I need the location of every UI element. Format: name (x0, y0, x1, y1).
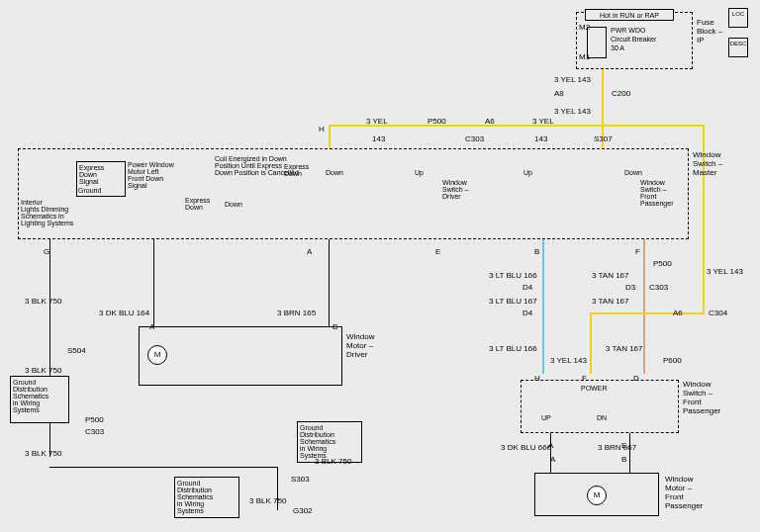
gds-box-b: Ground Distribution Schematics in Wiring… (174, 477, 239, 518)
lbl-c303-top: C303 (465, 134, 484, 143)
wire-brn (329, 239, 330, 326)
lbl-dkblu164: 3 DK BLU 164 (99, 309, 149, 317)
fp-up: UP (541, 414, 551, 421)
wire-dkblu (153, 239, 154, 326)
wire-tan (643, 239, 645, 374)
hot-label: Hot in RUN or RAP (585, 9, 674, 21)
wire-yel-h (329, 125, 331, 148)
up1: Up (415, 169, 424, 176)
wsfp: Window Switch – Front Passenger (640, 179, 673, 207)
lbl-ltblu166-2: 3 LT BLU 166 (489, 344, 537, 353)
gds-box-a: Ground Distribution Schematics in Wiring… (10, 376, 69, 423)
lbl-3yel2: 3 YEL (532, 117, 554, 126)
lbl-A: A (307, 247, 312, 256)
down2: Down (326, 169, 343, 176)
lbl-p600: P600 (663, 356, 682, 365)
fp-switch-title: Window Switch – Front Passenger (683, 380, 720, 415)
lbl-d4a: D4 (522, 283, 532, 292)
window-motor-fp: M (534, 473, 659, 516)
down1: Down (225, 201, 242, 208)
fp-dn: DN (597, 414, 607, 421)
lbl-H: H (319, 125, 325, 133)
m2: M2 (579, 23, 590, 32)
interior-note: Interior Lights Dimming Schematics in Li… (21, 199, 73, 226)
lbl-yel143-f: 3 YEL 143 (550, 356, 587, 365)
lbl-d3a: D3 (625, 283, 635, 292)
lbl-ltblu167: 3 LT BLU 167 (489, 297, 537, 306)
lbl-p500-r: P500 (653, 259, 672, 268)
fuse-block-title: Fuse Block – IP (697, 18, 722, 44)
window-switch-fp: UP DN POWER (521, 380, 679, 433)
lbl-p500-top: P500 (428, 117, 446, 126)
wire-fp-a (550, 433, 551, 473)
wire-yel-c304 (590, 312, 705, 314)
lbl-blk750c: 3 BLK 750 (25, 449, 61, 458)
lbl-B-motor: B (332, 322, 337, 331)
lbl-E2: E (621, 441, 626, 450)
lbl-s303: S303 (291, 475, 310, 484)
lbl-c303-mid: C303 (649, 283, 668, 292)
wire-yel-a8 (602, 69, 604, 91)
wire-yel-f (590, 312, 592, 374)
breaker-l3: 30 A (611, 44, 624, 51)
wsd: Window Switch – Driver (442, 179, 468, 200)
lbl-A3: A (550, 455, 555, 464)
lbl-tan167b: 3 TAN 167 (592, 297, 629, 306)
lbl-A2: A (548, 441, 553, 450)
lbl-tan167a: 3 TAN 167 (592, 271, 629, 280)
master-title: Window Switch – Master (693, 150, 722, 177)
wire-blk-G (49, 239, 50, 457)
lbl-F: F (635, 247, 640, 256)
lbl-a6: A6 (485, 117, 495, 126)
wire-ltblu (542, 239, 544, 374)
lbl-ltblu166-1: 3 LT BLU 166 (489, 271, 537, 280)
ground-lbl: Ground (78, 187, 101, 194)
lbl-p500-left: P500 (85, 415, 104, 424)
motor-m-fp: M (587, 486, 607, 505)
lbl-a8: A8 (554, 89, 564, 98)
lbl-s307: S307 (594, 134, 613, 143)
lbl-3yel: 3 YEL (366, 117, 388, 126)
lbl-blk750a: 3 BLK 750 (25, 297, 61, 306)
lbl-A-motor: A (149, 322, 154, 331)
lbl-c304: C304 (709, 309, 727, 317)
fp-power: POWER (581, 385, 607, 392)
lbl-143a: 143 (372, 134, 385, 143)
lbl-d4b: D4 (522, 309, 532, 317)
edown2: Express Down (284, 163, 309, 177)
lbl-F2: F (582, 374, 587, 383)
lbl-yel-143b: 3 YEL 143 (554, 107, 591, 116)
up2: Up (523, 169, 532, 176)
lbl-g302: G302 (293, 506, 313, 515)
legend-loc: LOC (728, 8, 748, 28)
lbl-c200: C200 (612, 89, 630, 98)
window-switch-master: Interior Lights Dimming Schematics in Li… (18, 148, 689, 239)
wire-fp-e (629, 433, 630, 473)
fp-motor-label: Window Motor – Front Passenger (665, 475, 703, 510)
lbl-blk750d: 3 BLK 750 (315, 457, 351, 466)
pwm-left-label: Power Window Motor Left Front Down Signa… (128, 161, 174, 189)
lbl-blk750e: 3 BLK 750 (249, 496, 286, 505)
lbl-yel-143-right: 3 YEL 143 (707, 267, 743, 276)
lbl-tan167c: 3 TAN 167 (606, 344, 643, 353)
motor-m-driver: M (147, 345, 167, 365)
wire-yel-down (602, 91, 604, 125)
lbl-yel-143a: 3 YEL 143 (554, 75, 591, 84)
lbl-a6-r: A6 (673, 309, 683, 317)
breaker-l2: Circuit Breaker (611, 36, 656, 43)
lbl-D2: D (633, 374, 639, 383)
lbl-brn165: 3 BRN 165 (277, 309, 316, 317)
wire-blk-bottom (49, 467, 277, 468)
edown1: Express Down (185, 197, 210, 211)
wiring-diagram: LOC DESC Hot in RUN or RAP M2 M1 PWR WDO… (0, 0, 760, 532)
lbl-E: E (435, 247, 440, 256)
m1: M1 (579, 52, 590, 61)
legend-desc: DESC (728, 38, 748, 57)
breaker-l1: PWR WDO (611, 27, 645, 34)
lbl-c303-bot: C303 (85, 427, 104, 436)
lbl-B: B (534, 247, 539, 256)
lbl-blk750b: 3 BLK 750 (25, 366, 61, 375)
lbl-s504: S504 (67, 346, 86, 355)
fuse-block-ip: Hot in RUN or RAP M2 M1 PWR WDO Circuit … (576, 12, 693, 69)
window-motor-driver: M (139, 326, 342, 386)
